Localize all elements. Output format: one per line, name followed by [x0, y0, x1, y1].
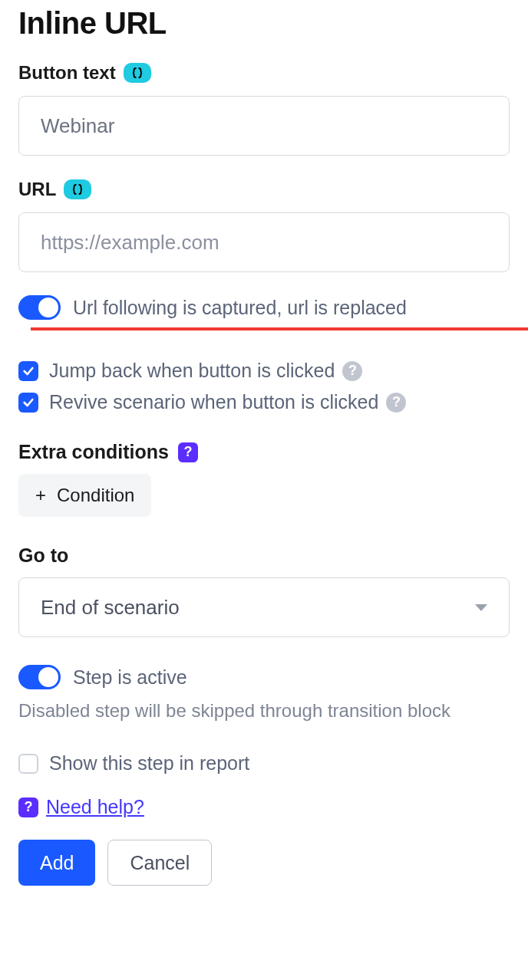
variable-tag-icon[interactable]: [64, 179, 91, 199]
step-active-toggle[interactable]: [18, 665, 61, 689]
add-button[interactable]: Add: [18, 840, 95, 886]
help-square-icon[interactable]: ?: [178, 442, 198, 462]
show-in-report-row: Show this step in report: [18, 752, 510, 774]
help-link-row: ? Need help?: [18, 796, 510, 818]
help-square-icon[interactable]: ?: [18, 797, 38, 817]
step-active-row: Step is active: [18, 665, 510, 689]
extra-conditions-header: Extra conditions ?: [18, 441, 510, 463]
page-title: Inline URL: [18, 6, 510, 41]
need-help-link[interactable]: Need help?: [46, 796, 144, 818]
goto-header-text: Go to: [18, 544, 68, 567]
jump-back-checkbox[interactable]: [18, 361, 38, 381]
button-text-label-text: Button text: [18, 62, 116, 84]
plus-icon: +: [35, 485, 46, 506]
variable-tag-icon[interactable]: [124, 63, 151, 83]
url-capture-label: Url following is captured, url is replac…: [73, 297, 407, 319]
jump-back-label: Jump back when button is clicked: [49, 360, 335, 382]
revive-checkbox[interactable]: [18, 393, 38, 413]
button-row: Add Cancel: [18, 840, 510, 886]
button-text-block: Button text: [18, 62, 510, 156]
revive-label: Revive scenario when button is clicked: [49, 391, 378, 413]
chevron-down-icon: [475, 604, 487, 611]
highlight-underline: [31, 327, 528, 331]
help-icon[interactable]: ?: [342, 361, 362, 381]
revive-row: Revive scenario when button is clicked ?: [18, 391, 510, 413]
url-input[interactable]: [18, 212, 510, 272]
button-text-input[interactable]: [18, 96, 510, 156]
step-active-description: Disabled step will be skipped through tr…: [18, 697, 510, 725]
jump-back-row: Jump back when button is clicked ?: [18, 360, 510, 382]
url-label-text: URL: [18, 179, 56, 200]
button-text-label: Button text: [18, 62, 510, 84]
url-label: URL: [18, 179, 510, 200]
step-active-label: Step is active: [73, 666, 187, 689]
show-in-report-checkbox[interactable]: [18, 754, 38, 774]
goto-select[interactable]: End of scenario: [18, 577, 510, 637]
url-capture-toggle[interactable]: [18, 295, 61, 320]
goto-selected: End of scenario: [41, 596, 180, 620]
goto-header: Go to: [18, 544, 510, 567]
help-icon[interactable]: ?: [386, 393, 406, 413]
url-block: URL: [18, 179, 510, 272]
add-condition-label: Condition: [57, 485, 134, 506]
cancel-button[interactable]: Cancel: [107, 840, 212, 886]
url-capture-row: Url following is captured, url is replac…: [18, 295, 510, 320]
show-in-report-label: Show this step in report: [49, 752, 249, 774]
extra-conditions-header-text: Extra conditions: [18, 441, 169, 463]
add-condition-button[interactable]: + Condition: [18, 474, 151, 517]
